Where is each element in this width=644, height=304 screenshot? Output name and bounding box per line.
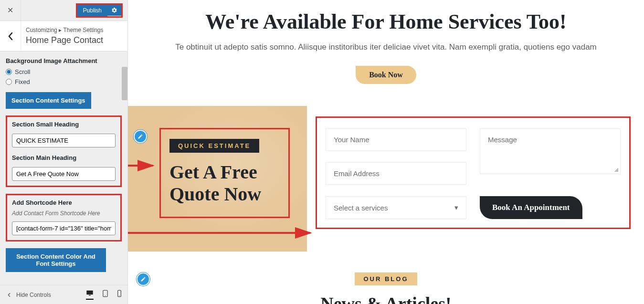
radio-scroll[interactable]: Scroll: [6, 68, 122, 75]
blog-section: OUR BLOG News & Articles!: [128, 273, 644, 304]
edit-blog-pin-icon[interactable]: [137, 273, 150, 286]
blog-title: News & Articles!: [128, 293, 644, 304]
book-appointment-button[interactable]: Book An Appointment: [480, 196, 582, 219]
book-now-button[interactable]: Book Now: [356, 66, 416, 84]
page-title: Home Page Contact: [26, 35, 104, 45]
radio-scroll-label: Scroll: [15, 68, 31, 75]
small-heading-input[interactable]: [12, 134, 116, 147]
preview-main-heading: Get A Free Quote Now: [169, 161, 280, 205]
tablet-icon[interactable]: [102, 290, 108, 300]
contact-left-panel: QUICK ESTIMATE Get A Free Quote Now: [128, 106, 307, 252]
hide-controls-label: Hide Controls: [16, 292, 51, 298]
hide-controls-button[interactable]: Hide Controls: [6, 292, 51, 298]
contact-right-panel: Your Name Message Email Address Select a…: [307, 106, 644, 252]
publish-button[interactable]: Publish: [77, 5, 107, 16]
preview-small-heading: QUICK ESTIMATE: [169, 139, 259, 153]
message-textarea[interactable]: Message: [480, 128, 621, 174]
contact-section: QUICK ESTIMATE Get A Free Quote Now Your…: [128, 106, 644, 252]
bg-attachment-group: Background Image Attachment Scroll Fixed: [6, 57, 122, 85]
service-select[interactable]: Select a services: [326, 196, 466, 219]
preview-pane: We're Available For Home Services Too! T…: [128, 0, 644, 304]
radio-fixed-input[interactable]: [6, 79, 12, 85]
shortcode-input[interactable]: [12, 221, 116, 235]
sidebar-footer: Hide Controls: [0, 285, 127, 304]
main-heading-field: Section Main Heading: [12, 154, 116, 181]
blog-tag: OUR BLOG: [355, 273, 417, 285]
contact-form: Your Name Message Email Address Select a…: [326, 128, 621, 219]
section-content-settings-button[interactable]: Section Content Settings: [6, 92, 91, 109]
hero-subtitle: Te obtinuit ut adepto satis somno. Aliis…: [157, 41, 615, 53]
svg-rect-0: [86, 291, 93, 295]
radio-scroll-input[interactable]: [6, 69, 12, 75]
sidebar-scrollbar[interactable]: [122, 67, 127, 100]
shortcode-highlight-box: Add Shortcode Here Add Contact Form Shor…: [6, 194, 122, 241]
svg-point-3: [105, 295, 106, 296]
customizer-sidebar: ✕ Publish Customizing ▸ Theme Settings H…: [0, 0, 128, 304]
email-input[interactable]: Email Address: [326, 162, 466, 185]
bg-attachment-label: Background Image Attachment: [6, 57, 122, 64]
hero-section: We're Available For Home Services Too! T…: [128, 0, 644, 97]
preview-form-highlight-box: Your Name Message Email Address Select a…: [316, 116, 631, 229]
hero-title: We're Available For Home Services Too!: [157, 10, 615, 34]
edit-section-pin-icon[interactable]: [134, 130, 147, 143]
name-input[interactable]: Your Name: [326, 128, 466, 151]
mobile-icon[interactable]: [117, 290, 122, 300]
headings-highlight-box: Section Small Heading Section Main Headi…: [6, 115, 122, 187]
publish-highlight-box: Publish: [76, 3, 123, 18]
shortcode-helper: Add Contact Form Shortcode Here: [12, 210, 116, 217]
svg-point-5: [119, 295, 119, 296]
close-icon[interactable]: ✕: [0, 0, 21, 21]
small-heading-field: Section Small Heading: [12, 121, 116, 147]
sidebar-topbar: ✕ Publish: [0, 0, 127, 21]
svg-rect-1: [89, 295, 91, 295]
publish-settings-gear-icon[interactable]: [107, 5, 121, 16]
section-header: Customizing ▸ Theme Settings Home Page C…: [0, 21, 127, 52]
small-heading-label: Section Small Heading: [12, 121, 116, 128]
radio-fixed-label: Fixed: [15, 78, 30, 85]
breadcrumb: Customizing ▸ Theme Settings: [26, 27, 104, 33]
sidebar-body: Background Image Attachment Scroll Fixed…: [0, 52, 127, 285]
shortcode-label: Add Shortcode Here: [12, 199, 116, 206]
device-switcher: [86, 290, 122, 300]
back-button[interactable]: [0, 21, 21, 51]
desktop-icon[interactable]: [86, 290, 94, 300]
radio-fixed[interactable]: Fixed: [6, 78, 122, 85]
color-font-settings-button[interactable]: Section Content Color And Font Settings: [6, 248, 106, 272]
main-heading-label: Section Main Heading: [12, 154, 116, 161]
preview-headings-highlight-box: QUICK ESTIMATE Get A Free Quote Now: [159, 128, 290, 218]
main-heading-input[interactable]: [12, 167, 116, 181]
